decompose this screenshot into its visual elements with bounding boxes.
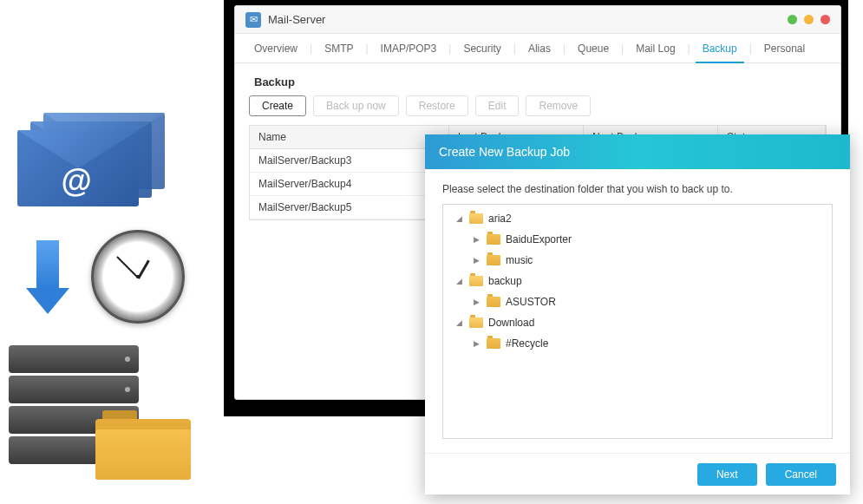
dialog-title: Create New Backup Job	[425, 134, 850, 169]
tab-queue[interactable]: Queue	[566, 34, 621, 62]
tab-imap-pop3[interactable]: IMAP/POP3	[369, 34, 449, 62]
tab-backup[interactable]: Backup	[690, 34, 749, 62]
create-backup-dialog: Create New Backup Job Please select the …	[425, 134, 850, 494]
tab-overview[interactable]: Overview	[242, 34, 310, 62]
restore-button[interactable]: Restore	[406, 95, 468, 116]
expand-icon[interactable]: ▶	[471, 256, 481, 265]
expand-icon[interactable]: ▶	[471, 235, 481, 244]
tree-node[interactable]: ▶ASUSTOR	[443, 291, 832, 312]
collapse-icon[interactable]: ◢	[454, 214, 464, 223]
remove-button[interactable]: Remove	[526, 95, 591, 116]
expand-icon[interactable]: ▶	[471, 298, 481, 306]
folder-icon	[487, 338, 500, 349]
folder-icon	[487, 297, 500, 307]
dialog-footer: Next Cancel	[425, 453, 850, 494]
collapse-icon[interactable]: ◢	[454, 318, 464, 327]
dialog-prompt: Please select the destination folder tha…	[442, 183, 833, 195]
folder-icon	[487, 255, 500, 265]
tree-label: aria2	[488, 213, 512, 225]
app-icon: ✉	[245, 12, 261, 28]
cell-name: MailServer/Backup3	[250, 149, 449, 172]
folder-icon	[95, 410, 191, 480]
minimize-button[interactable]	[788, 15, 797, 24]
close-button[interactable]	[821, 15, 830, 24]
toolbar: Create Back up now Restore Edit Remove	[249, 95, 827, 116]
expand-icon[interactable]: ▶	[471, 339, 481, 348]
backup-now-button[interactable]: Back up now	[313, 95, 399, 116]
create-button[interactable]: Create	[249, 95, 306, 116]
folder-icon	[469, 276, 483, 286]
tree-label: BaiduExporter	[506, 233, 572, 245]
tree-label: ASUSTOR	[506, 296, 556, 308]
next-button[interactable]: Next	[697, 463, 757, 486]
tab-alias[interactable]: Alias	[516, 34, 563, 62]
tab-security[interactable]: Security	[451, 34, 513, 62]
at-sign-icon: @	[61, 163, 91, 200]
tree-node[interactable]: ▶music	[443, 250, 832, 271]
envelope-icon: @	[17, 130, 139, 206]
tab-smtp[interactable]: SMTP	[312, 34, 365, 62]
titlebar: ✉ Mail-Server	[235, 6, 840, 34]
illustration-panel: @	[0, 113, 226, 475]
cancel-button[interactable]: Cancel	[766, 463, 836, 486]
tree-node[interactable]: ▶#Recycle	[443, 333, 832, 354]
cell-name: MailServer/Backup4	[250, 173, 449, 195]
section-title: Backup	[254, 75, 827, 88]
tab-mail-log[interactable]: Mail Log	[624, 34, 687, 62]
tree-label: music	[506, 254, 533, 266]
storage-illustration	[9, 345, 182, 475]
folder-icon	[469, 317, 483, 328]
tree-node[interactable]: ◢aria2	[443, 208, 832, 229]
tree-label: backup	[488, 275, 522, 287]
collapse-icon[interactable]: ◢	[454, 277, 464, 285]
down-arrow-icon	[26, 240, 69, 314]
folder-tree[interactable]: ◢aria2▶BaiduExporter▶music◢backup▶ASUSTO…	[442, 204, 833, 439]
disk-icon	[9, 376, 139, 403]
maximize-button[interactable]	[804, 15, 814, 24]
folder-icon	[469, 213, 483, 224]
col-header-name[interactable]: Name	[250, 126, 449, 148]
tree-node[interactable]: ◢backup	[443, 271, 832, 291]
mail-stack-illustration: @	[17, 113, 178, 208]
window-controls	[788, 15, 830, 24]
disk-icon	[9, 345, 139, 373]
edit-button[interactable]: Edit	[475, 95, 520, 116]
tab-personal[interactable]: Personal	[752, 34, 817, 62]
window-title: Mail-Server	[268, 13, 788, 26]
tree-label: Download	[488, 317, 534, 329]
tree-label: #Recycle	[506, 337, 548, 350]
clock-icon	[91, 230, 185, 324]
cell-name: MailServer/Backup5	[250, 196, 449, 219]
tabbar: Overview|SMTP|IMAP/POP3|Security|Alias|Q…	[235, 34, 840, 63]
folder-icon	[487, 234, 500, 245]
tree-node[interactable]: ◢Download	[443, 312, 832, 333]
tree-node[interactable]: ▶BaiduExporter	[443, 229, 832, 250]
